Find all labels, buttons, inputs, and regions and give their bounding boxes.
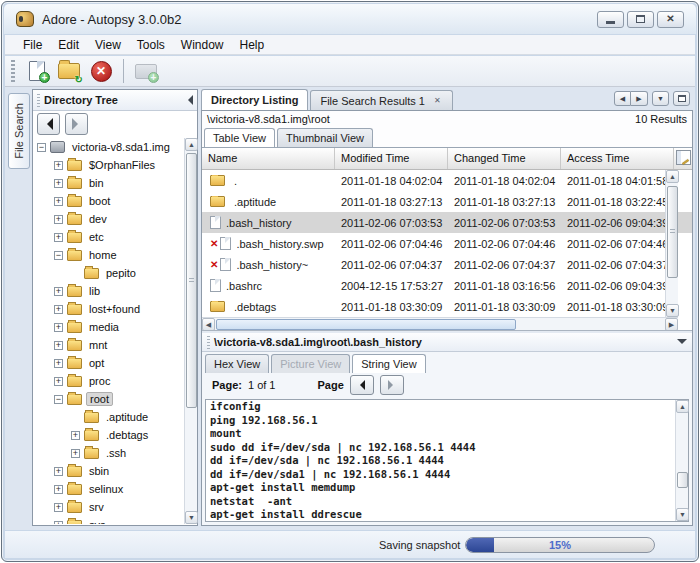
- tree-expand-handle-icon[interactable]: +: [71, 449, 80, 458]
- title-bar[interactable]: Adore - Autopsy 3.0.0b2 ✕: [4, 4, 696, 34]
- tree-item-opt[interactable]: +opt: [34, 354, 183, 372]
- add-image-button[interactable]: +: [132, 58, 160, 84]
- tree-item-bin[interactable]: +bin: [34, 174, 183, 192]
- menu-edit[interactable]: Edit: [50, 36, 87, 54]
- dock-panel-icon[interactable]: [677, 339, 687, 349]
- scroll-up-icon[interactable]: ▲: [676, 400, 689, 413]
- tree-item-srv[interactable]: +srv: [34, 498, 183, 516]
- tree-item-debtags[interactable]: +.debtags: [34, 426, 183, 444]
- tree-expand-handle-icon[interactable]: −: [37, 143, 46, 152]
- table-scrollbar-thumb[interactable]: [667, 186, 678, 278]
- toolbar-grip[interactable]: [11, 60, 15, 82]
- table-scrollbar-horizontal[interactable]: ◀ ▶: [202, 317, 678, 331]
- column-header-access-time[interactable]: Access Time: [561, 148, 674, 169]
- close-case-button[interactable]: ✕: [87, 58, 115, 84]
- scroll-up-icon[interactable]: ▲: [185, 138, 198, 151]
- open-case-button[interactable]: ↻: [55, 58, 83, 84]
- column-header-name[interactable]: Name: [202, 148, 335, 169]
- tree-item-home[interactable]: −home: [34, 246, 183, 264]
- tree-expand-handle-icon[interactable]: +: [54, 359, 63, 368]
- tree-item-lost-found[interactable]: +lost+found: [34, 300, 183, 318]
- tree-expand-handle-icon[interactable]: −: [54, 251, 63, 260]
- maximize-panel-button[interactable]: [673, 91, 690, 106]
- tab-hex-view[interactable]: Hex View: [205, 354, 269, 373]
- menu-window[interactable]: Window: [173, 36, 232, 54]
- panel-grip[interactable]: [37, 94, 40, 107]
- tree-item-etc[interactable]: +etc: [34, 228, 183, 246]
- tree-item-pepito[interactable]: pepito: [34, 264, 183, 282]
- tree-expand-handle-icon[interactable]: +: [54, 521, 63, 525]
- tree-expand-handle-icon[interactable]: +: [71, 431, 80, 440]
- tree-expand-handle-icon[interactable]: +: [54, 287, 63, 296]
- new-case-button[interactable]: +: [23, 58, 51, 84]
- tree-item-dev[interactable]: +dev: [34, 210, 183, 228]
- close-button[interactable]: ✕: [657, 11, 684, 28]
- tree-expand-handle-icon[interactable]: +: [54, 179, 63, 188]
- dock-panel-icon[interactable]: [183, 95, 193, 105]
- close-tab-icon[interactable]: ✕: [432, 95, 443, 106]
- viewer-scrollbar[interactable]: ▲ ▼: [675, 400, 688, 521]
- table-settings-icon[interactable]: [676, 150, 691, 165]
- tree-expand-handle-icon[interactable]: +: [54, 215, 63, 224]
- back-button[interactable]: [37, 113, 60, 135]
- h-scrollbar-thumb[interactable]: [216, 319, 516, 330]
- menu-help[interactable]: Help: [232, 36, 273, 54]
- tree-item-orphanfiles[interactable]: +$OrphanFiles: [34, 156, 183, 174]
- scroll-down-icon[interactable]: ▼: [185, 511, 198, 524]
- menu-tools[interactable]: Tools: [129, 36, 173, 54]
- minimize-button[interactable]: [597, 11, 624, 28]
- column-header-modified-time[interactable]: Modified Time: [335, 148, 448, 169]
- maximize-button[interactable]: [627, 11, 654, 28]
- viewer-scrollbar-thumb[interactable]: [677, 472, 688, 488]
- scroll-tabs-right-button[interactable]: ▶: [631, 91, 648, 106]
- forward-button[interactable]: [65, 113, 88, 135]
- table-row[interactable]: .2011-01-18 04:02:042011-01-18 04:02:042…: [202, 170, 692, 191]
- tree-item-lib[interactable]: +lib: [34, 282, 183, 300]
- tree-item-victoria-v8-sda1-img[interactable]: −victoria-v8.sda1.img: [34, 138, 183, 156]
- tree-item-sbin[interactable]: +sbin: [34, 462, 183, 480]
- tree-scrollbar-thumb[interactable]: [186, 153, 197, 408]
- table-row[interactable]: .bashrc2004-12-15 17:53:272011-01-18 03:…: [202, 275, 692, 296]
- scroll-tabs-left-button[interactable]: ◀: [614, 91, 631, 106]
- previous-page-button[interactable]: [350, 375, 374, 395]
- tree-expand-handle-icon[interactable]: −: [54, 395, 63, 404]
- tree-expand-handle-icon[interactable]: +: [54, 197, 63, 206]
- string-view-content[interactable]: ifconfigping 192.168.56.1mountsudo dd if…: [205, 399, 689, 522]
- next-page-button[interactable]: [380, 375, 404, 395]
- tab-file-search-results-1[interactable]: File Search Results 1✕: [310, 90, 452, 110]
- table-row[interactable]: .bash_history2011-02-06 07:03:532011-02-…: [202, 212, 692, 233]
- tab-list-dropdown-button[interactable]: ▼: [652, 91, 669, 106]
- tree-item-root[interactable]: −root: [34, 390, 183, 408]
- table-row[interactable]: .debtags2011-01-18 03:30:092011-01-18 03…: [202, 296, 692, 317]
- scroll-up-icon[interactable]: ▲: [666, 170, 679, 183]
- scroll-down-icon[interactable]: ▼: [666, 304, 679, 317]
- menu-file[interactable]: File: [15, 36, 50, 54]
- tree-expand-handle-icon[interactable]: +: [54, 503, 63, 512]
- table-row[interactable]: ✕.bash_history.swp2011-02-06 07:04:46201…: [202, 233, 692, 254]
- tree-expand-handle-icon[interactable]: +: [54, 305, 63, 314]
- tree-scrollbar[interactable]: ▲ ▼: [184, 138, 197, 524]
- tree-item-aptitude[interactable]: .aptitude: [34, 408, 183, 426]
- tab-directory-listing[interactable]: Directory Listing: [201, 89, 308, 110]
- tree-item-proc[interactable]: +proc: [34, 372, 183, 390]
- tree-item-mnt[interactable]: +mnt: [34, 336, 183, 354]
- scroll-down-icon[interactable]: ▼: [676, 508, 689, 521]
- table-row[interactable]: .aptitude2011-01-18 03:27:132011-01-18 0…: [202, 191, 692, 212]
- menu-view[interactable]: View: [87, 36, 129, 54]
- column-header-changed-time[interactable]: Changed Time: [448, 148, 561, 169]
- tree-expand-handle-icon[interactable]: +: [54, 161, 63, 170]
- tree-item-selinux[interactable]: +selinux: [34, 480, 183, 498]
- table-row[interactable]: ✕.bash_history~2011-02-06 07:04:372011-0…: [202, 254, 692, 275]
- tree-expand-handle-icon[interactable]: +: [54, 341, 63, 350]
- tree-item-media[interactable]: +media: [34, 318, 183, 336]
- tree-item-ssh[interactable]: +.ssh: [34, 444, 183, 462]
- tree-expand-handle-icon[interactable]: +: [54, 485, 63, 494]
- table-scrollbar-vertical[interactable]: ▲ ▼: [665, 170, 678, 317]
- tab-table-view[interactable]: Table View: [204, 128, 275, 147]
- tree-item-sys[interactable]: +sys: [34, 516, 183, 524]
- tree-expand-handle-icon[interactable]: +: [54, 233, 63, 242]
- tab-string-view[interactable]: String View: [352, 354, 425, 373]
- tab-thumbnail-view[interactable]: Thumbnail View: [277, 128, 373, 147]
- tree-expand-handle-icon[interactable]: +: [54, 377, 63, 386]
- tree-expand-handle-icon[interactable]: +: [54, 323, 63, 332]
